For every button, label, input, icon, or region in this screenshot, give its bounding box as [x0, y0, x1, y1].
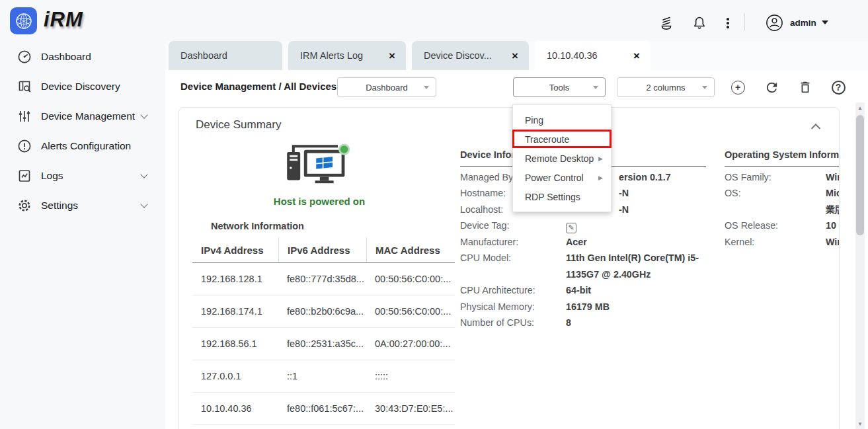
- chevron-down-icon: [593, 86, 598, 89]
- field-row: Number of CPUs: 8: [460, 315, 706, 331]
- ipv6-cell: ::1: [278, 360, 366, 392]
- plus-circle-icon: +: [731, 81, 745, 95]
- sidebar-item-label: Alerts Configuration: [41, 140, 131, 152]
- mac-cell: 00:50:56:C0:00:...: [366, 263, 455, 295]
- tab-device-10-10-40-36[interactable]: 10.10.40.36 ×: [535, 41, 651, 70]
- vertical-scrollbar[interactable]: ▲ ▼: [855, 102, 865, 429]
- menu-item-label: Power Control: [525, 173, 584, 183]
- chevron-down-icon[interactable]: [140, 111, 147, 118]
- sidebar-item-settings[interactable]: Settings: [0, 190, 165, 220]
- help-icon: ?: [832, 81, 846, 95]
- mac-cell: :::::: [366, 360, 455, 392]
- sidebar-item-device-management[interactable]: Device Management: [0, 101, 165, 131]
- close-icon[interactable]: ×: [512, 50, 518, 61]
- help-button[interactable]: ?: [830, 79, 847, 96]
- field-row: OS Release: 10: [725, 217, 840, 233]
- globe-network-icon: [14, 11, 34, 31]
- collapse-card-icon[interactable]: [811, 124, 820, 133]
- submenu-arrow-icon: ▶: [598, 155, 603, 162]
- scroll-up-icon[interactable]: ▲: [855, 105, 865, 111]
- ipv4-cell: 192.168.128.1: [192, 263, 278, 295]
- ipv6-cell: fe80::b2b0:6c9a...: [278, 295, 366, 327]
- field-value: Mic 業版: [826, 185, 840, 217]
- ipv4-cell: 10.10.40.36: [192, 393, 278, 424]
- tab-label: Device Discov...: [424, 50, 492, 61]
- app-logo[interactable]: [10, 7, 37, 34]
- view-select[interactable]: Dashboard: [337, 77, 436, 97]
- bell-icon[interactable]: [691, 15, 707, 31]
- power-status-text: Host is powered on: [220, 196, 418, 207]
- ipv6-cell: fe80::f061:5c67:...: [278, 393, 366, 424]
- menu-item-rdp-settings[interactable]: RDP Settings: [513, 187, 611, 206]
- more-menu-icon[interactable]: [723, 15, 732, 31]
- table-row: 10.10.40.36 fe80::f061:5c67:... 30:43:D7…: [192, 393, 455, 425]
- os-information-heading: Operating System Information: [725, 149, 840, 167]
- gear-icon: [17, 198, 32, 214]
- field-value: 11th Gen Intel(R) Core(TM) i5- 1135G7 @ …: [566, 250, 706, 282]
- queue-icon[interactable]: [658, 15, 674, 31]
- field-value: ✎: [566, 217, 576, 233]
- sidebar-item-logs[interactable]: Logs: [0, 161, 165, 190]
- field-label: Kernel:: [725, 234, 826, 250]
- column-header: IPv4 Address: [192, 237, 278, 262]
- user-menu-caret-icon[interactable]: [822, 20, 828, 24]
- tab-device-discovery[interactable]: Device Discov... ×: [412, 41, 529, 70]
- sidebar-item-label: Settings: [41, 200, 78, 212]
- sidebar-item-alerts-configuration[interactable]: Alerts Configuration: [0, 131, 165, 161]
- field-value: 16179 MB: [566, 299, 610, 315]
- tab-dashboard[interactable]: Dashboard: [169, 41, 282, 70]
- table-row: 192.168.128.1 fe80::777d:35d8... 00:50:5…: [192, 263, 455, 295]
- sidebar-item-dashboard[interactable]: Dashboard: [0, 42, 165, 71]
- field-label: OS:: [725, 185, 826, 217]
- ipv6-cell: fe80::2531:a35c...: [278, 328, 366, 360]
- field-label: Physical Memory:: [460, 299, 566, 315]
- column-header: MAC Address: [366, 237, 455, 262]
- ipv4-cell: 127.0.0.1: [192, 360, 278, 392]
- user-avatar[interactable]: [766, 14, 783, 32]
- refresh-button[interactable]: [763, 79, 780, 96]
- mac-cell: 00:50:56:C0:00:...: [366, 295, 455, 327]
- chevron-down-icon: [702, 86, 707, 89]
- scroll-down-icon[interactable]: ▼: [855, 421, 865, 427]
- sidebar-item-device-discovery[interactable]: Device Discovery: [0, 71, 165, 101]
- trash-icon: [798, 80, 812, 95]
- sidebar-item-label: Dashboard: [41, 51, 91, 63]
- field-value: Win: [826, 234, 840, 250]
- scrollbar-thumb[interactable]: [856, 115, 864, 235]
- field-row: Kernel: Win: [725, 234, 840, 250]
- close-icon[interactable]: ×: [633, 50, 640, 61]
- ipv4-cell: 192.168.56.1: [192, 328, 278, 360]
- field-value: 8: [566, 315, 571, 331]
- device-summary-card: Device Summary Host is powered on Networ…: [178, 107, 840, 429]
- mac-cell: 0A:00:27:00:00:...: [366, 328, 455, 360]
- delete-button[interactable]: [797, 79, 814, 96]
- close-icon[interactable]: ×: [389, 50, 395, 61]
- card-title: Device Summary: [196, 118, 281, 132]
- add-widget-button[interactable]: +: [729, 79, 746, 96]
- sidebar-item-label: Device Management: [41, 110, 135, 122]
- log-document-icon: [17, 168, 32, 184]
- menu-item-power-control[interactable]: Power Control ▶: [513, 168, 611, 187]
- menu-item-ping[interactable]: Ping: [513, 110, 611, 130]
- chevron-down-icon[interactable]: [140, 200, 147, 208]
- tab-bar: Dashboard IRM Alerts Log × Device Discov…: [165, 41, 868, 70]
- refresh-icon: [764, 80, 779, 95]
- chevron-down-icon[interactable]: [140, 171, 147, 178]
- menu-item-remote-desktop[interactable]: Remote Desktop ▶: [513, 149, 611, 168]
- username-label[interactable]: admin: [790, 18, 816, 28]
- header-divider: [744, 13, 745, 30]
- columns-select-value: 2 columns: [646, 83, 685, 93]
- table-row: 192.168.174.1 fe80::b2b0:6c9a... 00:50:5…: [192, 295, 455, 328]
- columns-select[interactable]: 2 columns: [617, 77, 715, 97]
- table-row: 192.168.56.1 fe80::2531:a35c... 0A:00:27…: [192, 328, 455, 360]
- column-header: IPv6 Address: [278, 237, 366, 262]
- field-value: 10: [826, 217, 836, 233]
- field-row: CPU Architecture: 64-bit: [460, 282, 706, 298]
- tools-select[interactable]: Tools: [513, 77, 606, 97]
- edit-device-tag-icon[interactable]: ✎: [566, 223, 576, 233]
- tab-irm-alerts-log[interactable]: IRM Alerts Log ×: [288, 41, 406, 70]
- menu-item-traceroute[interactable]: Traceroute: [513, 130, 611, 149]
- field-label: OS Release:: [725, 217, 826, 233]
- field-label: CPU Architecture:: [460, 282, 566, 298]
- menu-item-label: Traceroute: [525, 134, 569, 145]
